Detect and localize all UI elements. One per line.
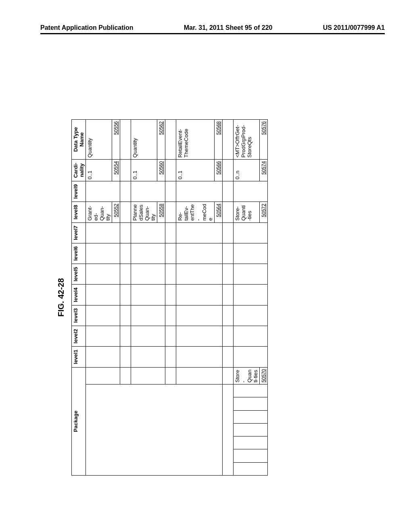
patent-page: Patent Application Publication Mar. 31, … [0, 0, 413, 532]
ref-number: 50560 [159, 161, 164, 175]
figure-body: FIG. 42-28 Package level1 level2 level3 … [56, 119, 268, 476]
header-mid: Mar. 31, 2011 Sheet 95 of 220 [184, 24, 273, 31]
cell-dtype: <MT>OffrGet-ProdGrpProd-StoreQts [234, 120, 260, 160]
cell-card: 0..1 [86, 159, 112, 181]
col-l8: level8 [72, 202, 86, 222]
table-row: Grant-ed-Quan-tity 0..1 Quantity [86, 120, 112, 476]
ref-number: 50568 [216, 121, 221, 135]
cell-dtype: Quantity [86, 120, 112, 160]
col-l2: level2 [72, 326, 86, 346]
table-header-row: Package level1 level2 level3 level4 leve… [72, 120, 86, 476]
ref-number: 50574 [261, 161, 267, 175]
cell-pkg-sub: Store-Quanti-ties [234, 367, 260, 384]
cell-card: 0..n [234, 159, 260, 181]
cell-card: 0..1 [131, 159, 157, 181]
ref-number: 50554 [113, 161, 119, 175]
ref-number: 50576 [261, 121, 267, 135]
figure-label: FIG. 42-28 [56, 119, 66, 476]
header-right: US 2011/0077999 A1 [323, 24, 385, 31]
ref-number: 50556 [113, 121, 119, 135]
col-l7: level7 [72, 222, 86, 243]
ref-number: 50558 [159, 204, 164, 217]
spacer-row [223, 120, 234, 476]
col-l3: level3 [72, 305, 86, 326]
cell-dtype: Quantity [131, 120, 157, 160]
cell-dtype: RetailEvent-ThemeCode [176, 120, 215, 160]
cell-card: 0..1 [176, 159, 215, 181]
cell-l8: Grant-ed-Quan-tity [86, 202, 112, 222]
table-row: Store-Quanti-ties Store-Quanti-ties 0..n… [234, 120, 260, 476]
ref-number: 50570 [261, 369, 267, 382]
schema-table: Package level1 level2 level3 level4 leve… [71, 119, 268, 476]
col-l4: level4 [72, 285, 86, 305]
col-l6: level6 [72, 243, 86, 264]
ref-number: 50552 [113, 204, 119, 217]
col-package: Package [72, 367, 86, 475]
cell-l8: PlannedSalesQuan-tity [131, 202, 157, 222]
col-dtype: Data Type Name [72, 120, 86, 160]
ref-number: 50562 [159, 121, 164, 135]
col-l1: level1 [72, 347, 86, 367]
header-left: Patent Application Publication [40, 24, 133, 31]
table-body: Grant-ed-Quan-tity 0..1 Quantity 50552 5… [86, 120, 268, 476]
cell-l8: Re-tailEv-entThe-meCode [176, 202, 215, 222]
ref-number: 50572 [261, 204, 267, 217]
ref-number: 50566 [216, 161, 221, 175]
page-header: Patent Application Publication Mar. 31, … [40, 24, 385, 34]
cell-l8: Store-Quanti-ties [234, 202, 260, 222]
col-l5: level5 [72, 264, 86, 285]
col-l9: level9 [72, 181, 86, 202]
col-card: Cardi-nality [72, 159, 86, 181]
ref-number: 50564 [216, 204, 221, 217]
